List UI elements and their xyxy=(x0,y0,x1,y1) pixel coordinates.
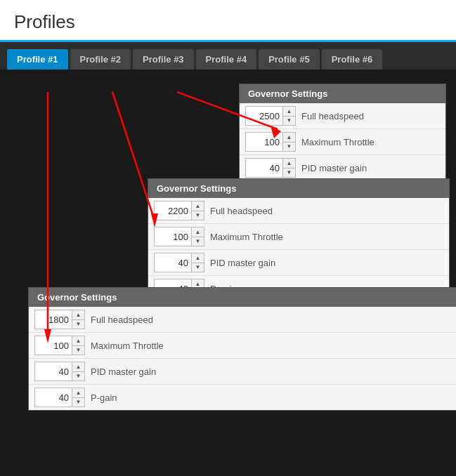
spinner-full-headspeed-3[interactable]: 1800 ▲ ▼ xyxy=(34,310,85,329)
tab-profile-1[interactable]: Profile #1 xyxy=(7,49,68,70)
spinner-up-3-1[interactable]: ▲ xyxy=(72,336,84,346)
spinner-down-1-1[interactable]: ▼ xyxy=(283,143,295,152)
spinner-up-1-0[interactable]: ▲ xyxy=(283,107,295,117)
tab-profile-3[interactable]: Profile #3 xyxy=(133,49,194,70)
spinner-down-2-0[interactable]: ▼ xyxy=(192,211,204,220)
panel-2-row-2: 40 ▲ ▼ PID master gain xyxy=(148,250,449,276)
spinner-pgain-3[interactable]: 40 ▲ ▼ xyxy=(34,388,85,407)
spinner-full-headspeed-2[interactable]: 2200 ▲ ▼ xyxy=(154,201,204,220)
spinner-max-throttle-3[interactable]: 100 ▲ ▼ xyxy=(34,336,85,355)
spinner-value-1-1: 100 xyxy=(246,137,282,147)
label-2-2: PID master gain xyxy=(210,258,275,268)
spinner-up-3-0[interactable]: ▲ xyxy=(72,310,84,320)
spinner-up-1-2[interactable]: ▲ xyxy=(283,159,295,168)
spinner-value-1-2: 40 xyxy=(246,163,282,173)
spinner-down-2-1[interactable]: ▼ xyxy=(192,237,204,246)
spinner-arrows-3-1[interactable]: ▲ ▼ xyxy=(72,336,84,355)
governor-panel-2: Governor Settings 2200 ▲ ▼ Full headspee… xyxy=(148,178,450,302)
spinner-down-1-0[interactable]: ▼ xyxy=(283,117,295,126)
label-2-0: Full headspeed xyxy=(210,206,273,216)
spinner-arrows-1-0[interactable]: ▲ ▼ xyxy=(282,107,295,125)
panel-2-header: Governor Settings xyxy=(148,179,449,198)
spinner-arrows-1-2[interactable]: ▲ ▼ xyxy=(282,159,295,177)
content-area: Governor Settings 2500 ▲ ▼ Full headspee… xyxy=(0,70,456,476)
spinner-up-1-1[interactable]: ▲ xyxy=(283,133,295,143)
spinner-max-throttle-2[interactable]: 100 ▲ ▼ xyxy=(154,227,204,246)
label-1-1: Maximum Throttle xyxy=(301,137,374,147)
spinner-down-1-2[interactable]: ▼ xyxy=(283,168,295,178)
spinner-value-3-3: 40 xyxy=(35,392,72,403)
spinner-value-2-1: 100 xyxy=(155,232,191,242)
spinner-pid-gain-2[interactable]: 40 ▲ ▼ xyxy=(154,253,204,272)
panel-3-row-1: 100 ▲ ▼ Maximum Throttle xyxy=(29,333,456,359)
spinner-value-2-0: 2200 xyxy=(155,206,191,216)
page-title: Profiles xyxy=(14,11,75,32)
panel-2-row-1: 100 ▲ ▼ Maximum Throttle xyxy=(148,224,449,250)
label-3-2: PID master gain xyxy=(91,366,156,377)
spinner-value-1-0: 2500 xyxy=(246,111,282,121)
spinner-value-3-1: 100 xyxy=(35,341,72,351)
tab-profile-6[interactable]: Profile #6 xyxy=(322,49,383,70)
tab-profile-5[interactable]: Profile #5 xyxy=(259,49,320,70)
spinner-arrows-3-3[interactable]: ▲ ▼ xyxy=(72,388,84,406)
spinner-pid-gain-1[interactable]: 40 ▲ ▼ xyxy=(245,158,296,178)
spinner-arrows-1-1[interactable]: ▲ ▼ xyxy=(282,133,295,151)
spinner-value-3-0: 1800 xyxy=(35,315,72,325)
spinner-arrows-2-1[interactable]: ▲ ▼ xyxy=(191,227,204,246)
panel-1-row-0: 2500 ▲ ▼ Full headspeed xyxy=(240,103,445,129)
spinner-arrows-3-2[interactable]: ▲ ▼ xyxy=(72,362,84,381)
label-3-1: Maximum Throttle xyxy=(91,341,164,351)
spinner-value-3-2: 40 xyxy=(35,366,72,377)
label-1-0: Full headspeed xyxy=(301,111,364,121)
spinner-arrows-2-2[interactable]: ▲ ▼ xyxy=(191,253,204,272)
panel-1-row-2: 40 ▲ ▼ PID master gain xyxy=(240,155,445,181)
header-panel: Profiles xyxy=(0,0,456,42)
spinner-value-2-2: 40 xyxy=(155,258,191,268)
panel-3-row-3: 40 ▲ ▼ P-gain xyxy=(29,385,456,410)
spinner-up-2-0[interactable]: ▲ xyxy=(192,201,204,211)
panel-2-row-0: 2200 ▲ ▼ Full headspeed xyxy=(148,198,449,224)
panel-3-header: Governor Settings xyxy=(29,288,456,307)
tab-profile-2[interactable]: Profile #2 xyxy=(70,49,131,70)
spinner-arrows-2-0[interactable]: ▲ ▼ xyxy=(191,201,204,220)
panel-1-header: Governor Settings xyxy=(240,84,445,103)
governor-panel-3: Governor Settings 1800 ▲ ▼ Full headspee… xyxy=(28,287,456,411)
spinner-up-3-2[interactable]: ▲ xyxy=(72,362,84,372)
tabs-bar: Profile #1 Profile #2 Profile #3 Profile… xyxy=(0,42,456,70)
label-3-3: P-gain xyxy=(91,392,117,403)
label-3-0: Full headspeed xyxy=(91,315,153,325)
spinner-down-3-3[interactable]: ▼ xyxy=(72,398,84,407)
panel-3-row-0: 1800 ▲ ▼ Full headspeed xyxy=(29,307,456,333)
spinner-max-throttle-1[interactable]: 100 ▲ ▼ xyxy=(245,132,296,152)
spinner-down-3-2[interactable]: ▼ xyxy=(72,372,84,381)
spinner-down-3-1[interactable]: ▼ xyxy=(72,346,84,355)
panel-3-row-2: 40 ▲ ▼ PID master gain xyxy=(29,359,456,385)
spinner-up-2-1[interactable]: ▲ xyxy=(192,227,204,237)
spinner-pid-gain-3[interactable]: 40 ▲ ▼ xyxy=(34,362,85,381)
panel-1-row-1: 100 ▲ ▼ Maximum Throttle xyxy=(240,129,445,155)
spinner-down-2-2[interactable]: ▼ xyxy=(192,263,204,272)
spinner-arrows-3-0[interactable]: ▲ ▼ xyxy=(72,310,84,329)
spinner-down-3-0[interactable]: ▼ xyxy=(72,320,84,329)
spinner-full-headspeed-1[interactable]: 2500 ▲ ▼ xyxy=(245,106,296,126)
tab-profile-4[interactable]: Profile #4 xyxy=(196,49,257,70)
spinner-up-3-3[interactable]: ▲ xyxy=(72,388,84,398)
label-2-1: Maximum Throttle xyxy=(210,232,283,242)
spinner-up-2-2[interactable]: ▲ xyxy=(192,253,204,263)
label-1-2: PID master gain xyxy=(301,163,367,173)
